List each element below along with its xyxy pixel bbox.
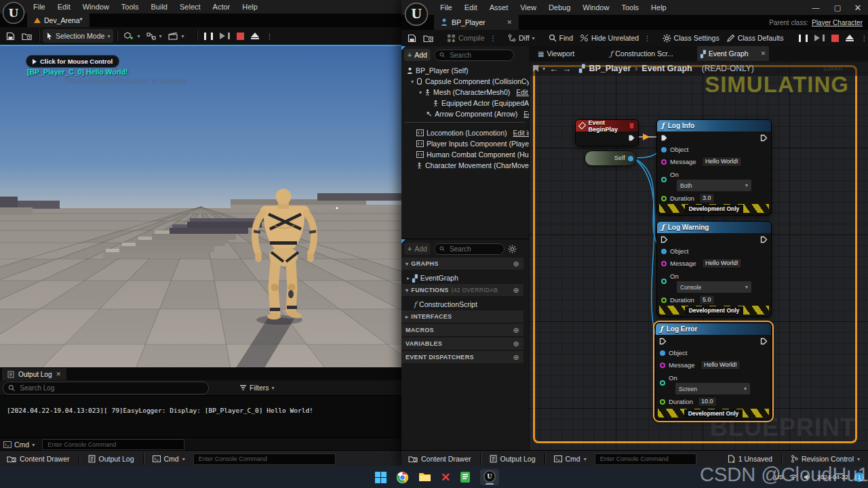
expand-arrow-icon[interactable]: ▸ [407, 275, 410, 281]
components-search-field[interactable] [448, 51, 509, 60]
bookmark-dropdown-icon[interactable]: ▾ [542, 66, 545, 72]
content-drawer-button[interactable]: Content Drawer [403, 451, 477, 467]
message-pin[interactable] [660, 363, 665, 368]
exec-out-pin[interactable] [760, 236, 768, 243]
level-tab[interactable]: Dev_Arena* [27, 14, 90, 27]
construction-script-row[interactable]: ƒ ConstructionScript [414, 299, 477, 310]
add-macro-icon[interactable]: ⊕ [513, 326, 519, 335]
exec-in-pin[interactable] [660, 236, 668, 243]
close-icon[interactable]: ✕ [56, 371, 61, 378]
add-variable-icon[interactable]: ⊕ [513, 340, 519, 348]
log-search-field[interactable] [18, 384, 203, 392]
content-browser-button[interactable] [18, 28, 35, 44]
expand-arrow-icon[interactable]: ▾ [419, 89, 422, 96]
component-row-capsule[interactable]: ▾ Capsule Component (CollisionCylinde [411, 76, 545, 87]
hide-unrelated-options-menu[interactable]: ⋮ [642, 30, 652, 46]
exec-in-pin[interactable] [660, 134, 668, 142]
add-actor-button[interactable]: ▾ [121, 28, 143, 44]
menu-tools[interactable]: Tools [115, 0, 145, 14]
log-search-input[interactable] [3, 382, 209, 394]
component-row-character-movement[interactable]: Character Movement (CharMoveCon [416, 160, 542, 171]
pause-button[interactable] [795, 30, 811, 46]
gear-icon[interactable] [508, 245, 517, 253]
save-button[interactable] [3, 28, 18, 44]
component-row-equipped-actor[interactable]: Equipped Actor (EquippedActor) [433, 98, 543, 108]
statusbar-console-input[interactable] [197, 455, 332, 463]
step-frame-button[interactable] [216, 28, 233, 44]
output-log-tab[interactable]: Output Log ✕ [2, 368, 66, 380]
add-blueprint-item-button[interactable]: +Add [404, 243, 431, 255]
message-field[interactable]: Hello World! [702, 157, 742, 167]
log-output-area[interactable]: [2024.04.22-19.04.13:023][ 79]EasyLogger… [0, 395, 401, 438]
breadcrumb-leaf[interactable]: Event Graph [642, 64, 692, 73]
log-error-node[interactable]: ƒLog Error Object Message Hello World! O… [655, 323, 772, 420]
unreal-logo[interactable]: U [2, 1, 25, 24]
on-pin[interactable] [661, 177, 667, 182]
menu-asset[interactable]: Asset [484, 1, 515, 14]
menu-help[interactable]: Help [645, 1, 673, 14]
statusbar-cmd-dropdown[interactable]: Cmd▾ [549, 451, 592, 467]
message-pin[interactable] [661, 159, 667, 165]
event-dispatchers-section-header[interactable]: EVENT DISPATCHERS⊕ [401, 351, 524, 364]
on-dropdown[interactable]: Both▾ [676, 179, 752, 192]
stop-button[interactable] [828, 30, 842, 46]
event-beginplay-node[interactable]: Event BeginPlay [575, 119, 639, 146]
menu-file[interactable]: File [434, 1, 458, 14]
selection-mode-dropdown[interactable]: Selection Mode▾ [43, 29, 113, 43]
duration-pin[interactable] [661, 196, 667, 201]
graphs-section-header[interactable]: ▾GRAPHS⊕ [401, 258, 524, 270]
on-pin[interactable] [661, 279, 667, 284]
menu-view[interactable]: View [514, 1, 542, 14]
file-explorer-icon[interactable] [418, 472, 431, 483]
play-options-menu[interactable]: ⋮ [262, 28, 277, 44]
message-pin[interactable] [661, 261, 667, 266]
menu-edit[interactable]: Edit [458, 1, 484, 14]
macros-section-header[interactable]: MACROS⊕ [401, 324, 524, 337]
menu-actor[interactable]: Actor [207, 0, 237, 14]
close-icon[interactable]: ✕ [507, 19, 513, 26]
hide-unrelated-button[interactable]: Hide Unrelated [576, 30, 642, 46]
message-field[interactable]: Hello World! [701, 360, 741, 370]
close-icon[interactable]: ✕ [761, 50, 766, 57]
bp-asset-tab[interactable]: BP_Player ✕ [434, 15, 519, 30]
statusbar-output-log-button[interactable]: Output Log [484, 451, 541, 467]
components-search-input[interactable] [434, 49, 514, 61]
functions-section-header[interactable]: ▾FUNCTIONS(42 OVERRIDAB⊕ [401, 284, 524, 297]
green-notes-app-icon[interactable] [460, 471, 471, 483]
menu-file[interactable]: File [27, 0, 52, 14]
maximize-button[interactable]: ▢ [833, 3, 842, 12]
bp-console-input[interactable] [599, 455, 692, 463]
log-warning-node[interactable]: ƒLog Warning Object Message Hello World!… [656, 221, 772, 317]
eventgraph-row[interactable]: ▸ ▞ EventGraph [407, 272, 458, 283]
duration-pin[interactable] [661, 298, 667, 303]
class-defaults-button[interactable]: Class Defaults [723, 30, 787, 46]
menu-debug[interactable]: Debug [542, 1, 576, 14]
play-options-menu[interactable]: ⋮ [857, 30, 868, 46]
duration-field[interactable]: 3.0 [699, 193, 715, 203]
add-component-button[interactable]: +Add [404, 49, 431, 61]
object-pin[interactable] [660, 350, 665, 356]
component-row-self[interactable]: BP_Player (Self) [407, 65, 469, 76]
history-forward-icon[interactable]: → [562, 64, 571, 74]
menu-window[interactable]: Window [576, 1, 615, 14]
cinematics-button[interactable]: ▾ [165, 28, 187, 44]
duration-pin[interactable] [660, 399, 665, 405]
menu-select[interactable]: Select [174, 0, 207, 14]
on-pin[interactable] [660, 380, 665, 386]
log-console-input[interactable] [46, 441, 180, 449]
diff-button[interactable]: Diff▾ [505, 30, 538, 46]
component-row-human-combat[interactable]: Human Combat Component (HumanC [416, 149, 548, 160]
mouse-control-badge[interactable]: Click for Mouse Control [26, 55, 119, 68]
history-back-icon[interactable]: ← [549, 64, 558, 74]
class-settings-button[interactable]: Class Settings [659, 30, 723, 46]
chrome-icon[interactable] [396, 471, 409, 484]
save-button[interactable] [404, 30, 420, 46]
compile-options-menu[interactable]: ⋮ [488, 30, 498, 46]
tab-viewport[interactable]: ▦Viewport [534, 45, 578, 62]
duration-field[interactable]: 5.0 [699, 295, 715, 305]
component-row-locomotion[interactable]: Locomotion (Locomotion) Edit in C++ [416, 127, 547, 138]
exec-out-pin[interactable] [628, 134, 635, 142]
browse-asset-button[interactable] [420, 30, 437, 46]
add-function-icon[interactable]: ⊕ [513, 286, 519, 295]
object-pin[interactable] [661, 249, 667, 254]
